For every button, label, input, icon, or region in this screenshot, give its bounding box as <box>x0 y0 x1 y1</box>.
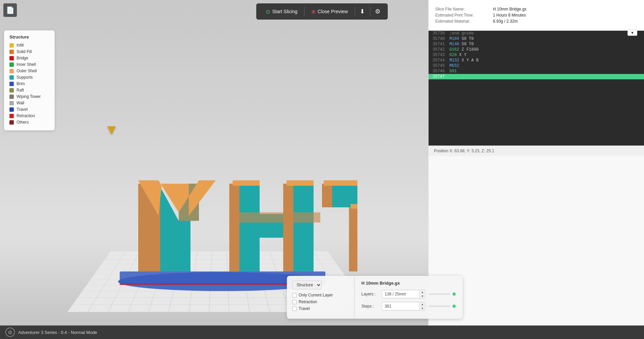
gcode-line-cmd: G162 Z F1800 <box>449 47 478 52</box>
gcode-line-cmd: M140 S0 T0 <box>449 42 474 47</box>
filter-travel[interactable]: Travel <box>292 306 349 311</box>
legend-item-bridge: Bridge <box>9 56 49 60</box>
gcode-line[interactable]: 35744M132 X Y A B <box>429 58 644 63</box>
gcode-dropdown[interactable]: ▼ <box>627 30 637 36</box>
gcode-line[interactable]: 35745M652 <box>429 63 644 69</box>
legend-color-swatch <box>9 50 14 54</box>
gcode-line-cmd: G28 X Y <box>449 53 466 57</box>
legend-color-swatch <box>9 95 14 99</box>
legend-item-inner-shell: Inner Shell <box>9 62 49 67</box>
layers-label: Layers : <box>361 292 378 296</box>
legend-label: Infill <box>17 43 24 48</box>
steps-up-arrow[interactable]: ▲ <box>420 302 425 306</box>
svg-rect-40 <box>233 180 260 186</box>
legend-label: Bridge <box>17 56 28 60</box>
bottom-file-name: H 10mm Bridge.gx <box>361 281 456 286</box>
legend-item-raft: Raft <box>9 88 49 93</box>
steps-down-arrow[interactable]: ▼ <box>420 306 425 310</box>
layers-slider[interactable] <box>429 293 450 295</box>
svg-rect-46 <box>324 180 357 186</box>
legend-color-swatch <box>9 69 14 73</box>
filter-current-layer[interactable]: Only Current Layer <box>292 293 349 297</box>
bottom-panel: Structure Only Current Layer Retraction … <box>287 276 463 319</box>
legend-label: Wiping Tower <box>17 94 41 99</box>
layers-row: Layers : 138 / 25mm ▲ ▼ <box>361 290 456 298</box>
steps-row: Steps : 361 ▲ ▼ <box>361 302 456 311</box>
legend-label: Others <box>17 120 29 125</box>
legend-color-swatch <box>9 75 14 80</box>
legend-label: Brim <box>17 81 25 86</box>
svg-rect-39 <box>229 212 320 223</box>
legend-item-supports: Supports <box>9 75 49 80</box>
legend-color-swatch <box>9 82 14 86</box>
legend-color-swatch <box>9 101 14 105</box>
gcode-line[interactable]: 35747 <box>429 74 644 79</box>
legend-item-retraction: Retraction <box>9 113 49 118</box>
layers-input-box: 138 / 25mm ▲ ▼ <box>382 290 426 298</box>
svg-rect-37 <box>229 184 239 271</box>
gcode-line[interactable]: 35743G28 X Y <box>429 52 644 58</box>
gcode-line[interactable]: 35739;end gcode <box>429 31 644 36</box>
toolbar-center: ⊙ Start Slicing ⊗ Close Preview ⬇ ⚙ <box>256 3 387 20</box>
gcode-line[interactable]: 35746G91 <box>429 69 644 74</box>
play-icon: ⊙ <box>266 8 270 15</box>
download-button[interactable]: ⬇ <box>356 5 369 18</box>
layers-down-arrow[interactable]: ▼ <box>420 294 425 298</box>
gcode-viewer[interactable]: 35739;end gcode35740M104 S0 T035741M140 … <box>429 31 644 146</box>
gcode-line[interactable]: 35741M140 S0 T0 <box>429 42 644 47</box>
legend-item-wiping-tower: Wiping Tower <box>9 94 49 99</box>
legend-label: Travel <box>17 107 28 112</box>
gcode-line-num: 35744 <box>433 58 449 63</box>
legend-label: Wall <box>17 101 24 105</box>
svg-rect-45 <box>349 207 357 271</box>
legend-item-others: Others <box>9 120 49 125</box>
toolbar: 📄 ⊙ Start Slicing ⊗ Close Preview ⬇ ⚙ <box>0 0 644 23</box>
gcode-line[interactable]: 35742G162 Z F1800 <box>429 47 644 52</box>
legend-label: Raft <box>17 88 24 93</box>
svg-rect-38 <box>283 184 293 271</box>
legend-label: Inner Shell <box>17 62 36 67</box>
close-preview-button[interactable]: ⊗ Close Preview <box>306 6 353 17</box>
svg-rect-30 <box>160 221 191 271</box>
start-slicing-label: Start Slicing <box>272 9 297 14</box>
start-slicing-button[interactable]: ⊙ Start Slicing <box>260 6 303 17</box>
legend-item-travel: Travel <box>9 107 49 112</box>
toolbar-divider-3 <box>370 7 370 16</box>
retraction-checkbox[interactable] <box>292 300 297 304</box>
gcode-line-cmd: M104 S0 T0 <box>449 36 474 41</box>
layers-arrows: ▲ ▼ <box>419 290 425 298</box>
legend-label: Outer Shell <box>17 69 37 73</box>
toolbar-left: 📄 <box>3 3 17 17</box>
legend-label: Solid Fill <box>17 49 32 54</box>
settings-button[interactable]: ⚙ <box>372 5 384 18</box>
retraction-label: Retraction <box>299 299 317 304</box>
svg-rect-44 <box>322 184 332 207</box>
steps-input-box: 361 ▲ ▼ <box>382 302 426 311</box>
filter-retraction[interactable]: Retraction <box>292 299 349 304</box>
current-layer-checkbox[interactable] <box>292 293 297 297</box>
gcode-line[interactable]: 35740M104 S0 T0 <box>429 36 644 42</box>
gcode-line-num: 35745 <box>433 63 449 68</box>
gcode-line-num: 35739 <box>433 31 449 36</box>
document-icon[interactable]: 📄 <box>3 3 17 17</box>
toolbar-divider-1 <box>304 7 304 16</box>
gcode-line-num: 35747 <box>433 74 449 79</box>
travel-label: Travel <box>299 306 310 311</box>
gcode-line-num: 35746 <box>433 69 449 74</box>
down-arrow-indicator: ▼ <box>105 122 119 138</box>
settings-icon: ⚙ <box>375 8 380 15</box>
structure-panel-title: Structure <box>9 34 49 40</box>
layers-up-arrow[interactable]: ▲ <box>420 290 425 294</box>
structure-dropdown[interactable]: Structure <box>292 281 322 289</box>
gcode-line-cmd: M652 <box>449 63 459 68</box>
download-icon: ⬇ <box>360 8 365 15</box>
svg-rect-47 <box>351 204 357 209</box>
layers-slider-dot <box>452 292 456 296</box>
steps-slider[interactable] <box>429 306 450 307</box>
layers-value: 138 / 25mm <box>382 291 419 297</box>
gcode-line-cmd: ;end gcode <box>449 31 474 36</box>
travel-checkbox[interactable] <box>292 307 297 311</box>
legend-item-brim: Brim <box>9 81 49 86</box>
position-text: Position X: 63.68, Y: 3.23, Z: 25.1 <box>434 149 494 153</box>
legend-label: Supports <box>17 75 33 80</box>
